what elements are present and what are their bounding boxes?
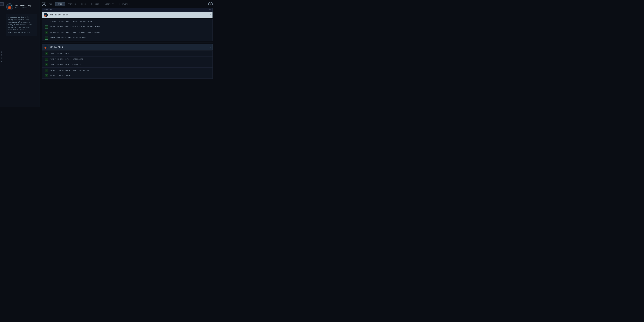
checkmark-icon: ✓ <box>46 53 47 55</box>
checkmark-icon: ✓ <box>46 58 47 60</box>
mission-icon-one-giant-leap <box>44 13 48 17</box>
mission-icon-revelation <box>44 45 48 49</box>
task-text: DEFEAT THE STARBORN <box>50 75 72 77</box>
task-list-revelation: ✓ TAKE THE ARTIFACT ✓ TAKE THE EMISSARY'… <box>42 51 213 79</box>
mission-content-area[interactable]: MISSION ⬆⬇ ONE GIANT LEAP ▼ RETURN TO TH… <box>40 6 215 107</box>
chevron-left-icon: ◄ <box>1 3 2 5</box>
sidebar: ◄ MISSIONS <box>0 0 4 107</box>
task-text: DEFEAT THE EMISSARY AND THE HUNTER <box>50 70 89 71</box>
constellation-small-icon-2 <box>44 45 48 49</box>
mission-detail-panel: One Giant Leap Constellation I decided t… <box>4 0 40 107</box>
section-divider <box>42 42 213 42</box>
mission-row-revelation[interactable]: REVELATION ▼ <box>42 44 213 50</box>
expand-arrow-icon: ▼ <box>210 14 211 16</box>
mission-row-one-giant-leap[interactable]: ONE GIANT LEAP ▼ <box>42 12 213 18</box>
mission-list-panel: LB ALL MAIN FACTION MISC MISSION ACTIVIT… <box>40 0 215 107</box>
task-checkbox-checked: ✓ <box>45 31 48 34</box>
tab-all[interactable]: ALL <box>46 2 55 6</box>
task-text: RETURN TO THE UNITY WHEN YOU ARE READY <box>50 21 94 22</box>
active-indicator <box>42 12 42 18</box>
checkmark-icon: ✓ <box>46 64 47 66</box>
mission-title-block: One Giant Leap Constellation <box>15 5 32 9</box>
task-checkbox-checked: ✓ <box>45 26 48 28</box>
task-checkbox-checked: ✓ <box>45 69 48 72</box>
constellation-small-icon <box>44 13 48 17</box>
tab-main[interactable]: MAIN <box>55 2 65 6</box>
filter-row[interactable]: MISSION ⬆⬇ <box>42 8 213 12</box>
mission-title-one-giant-leap: ONE GIANT LEAP <box>50 14 210 16</box>
sidebar-label: MISSIONS <box>1 50 3 62</box>
checkmark-icon: ✓ <box>46 32 47 34</box>
mission-icon <box>6 3 13 10</box>
main-content: One Giant Leap Constellation I decided t… <box>4 0 215 107</box>
task-item: ✓ DEFEAT THE STARBORN <box>42 73 212 78</box>
mission-title: One Giant Leap <box>15 5 32 7</box>
tab-faction[interactable]: FACTION <box>65 2 78 6</box>
task-item: ✓ OR REMOVE THE ARMILLARY TO GRAV JUMP N… <box>42 30 212 36</box>
tab-activity[interactable]: ACTIVITY <box>102 2 116 6</box>
checkmark-icon: ✓ <box>46 70 47 71</box>
expand-arrow-icon-2: ▼ <box>210 46 211 48</box>
task-text: BUILD THE ARMILLARY ON YOUR SHIP <box>50 37 87 39</box>
mission-title-revelation: REVELATION <box>50 46 210 48</box>
task-item: ✓ POWER UP THE GRAV DRIVE TO JUMP TO THE… <box>42 24 212 30</box>
sidebar-collapse-button[interactable]: ◄ <box>0 2 4 6</box>
task-checkbox-checked: ✓ <box>45 58 48 61</box>
task-list-one-giant-leap: RETURN TO THE UNITY WHEN YOU ARE READY ✓… <box>42 18 213 41</box>
tab-bar: LB ALL MAIN FACTION MISC MISSION ACTIVIT… <box>40 0 215 6</box>
task-checkbox-checked: ✓ <box>45 74 48 77</box>
task-text: TAKE THE EMISSARY'S ARTIFACTS <box>50 58 83 60</box>
task-item: RETURN TO THE UNITY WHEN YOU ARE READY <box>42 19 212 24</box>
task-item: ✓ TAKE THE EMISSARY'S ARTIFACTS <box>42 56 212 62</box>
checkmark-icon: ✓ <box>46 37 47 39</box>
tab-misc[interactable]: MISC <box>79 2 88 6</box>
mission-description: I decided to leave the Unity and return … <box>6 14 37 36</box>
mission-header: One Giant Leap Constellation <box>6 3 37 10</box>
task-checkbox-unchecked <box>45 20 48 23</box>
filter-arrow-icon: ⬆⬇ <box>209 9 211 11</box>
checkmark-icon: ✓ <box>46 26 47 28</box>
task-text: OR REMOVE THE ARMILLARY TO GRAV JUMP NOR… <box>50 32 102 33</box>
checkmark-icon: ✓ <box>46 75 47 77</box>
task-text: POWER UP THE GRAV DRIVE TO JUMP TO THE U… <box>50 26 100 28</box>
task-item: ✓ TAKE THE ARTIFACT <box>42 51 212 56</box>
task-text: TAKE THE ARTIFACT <box>50 53 69 54</box>
constellation-badge-icon <box>6 4 13 10</box>
task-text: TAKE THE HUNTER'S ARTIFACTS <box>50 64 81 66</box>
task-item: ✓ DEFEAT THE EMISSARY AND THE HUNTER <box>42 68 212 73</box>
task-item: ✓ TAKE THE HUNTER'S ARTIFACTS <box>42 62 212 68</box>
rb-button[interactable]: RB <box>208 2 213 6</box>
task-item: ✓ BUILD THE ARMILLARY ON YOUR SHIP <box>42 36 212 41</box>
filter-label: MISSION <box>44 9 209 10</box>
task-checkbox-checked: ✓ <box>45 52 48 55</box>
lb-button[interactable]: LB <box>42 2 46 6</box>
tab-completed[interactable]: COMPLETED <box>117 2 132 6</box>
task-checkbox-checked: ✓ <box>45 63 48 66</box>
task-checkbox-checked: ✓ <box>45 36 48 40</box>
tab-mission[interactable]: MISSION <box>89 2 102 6</box>
mission-faction: Constellation <box>15 7 32 9</box>
